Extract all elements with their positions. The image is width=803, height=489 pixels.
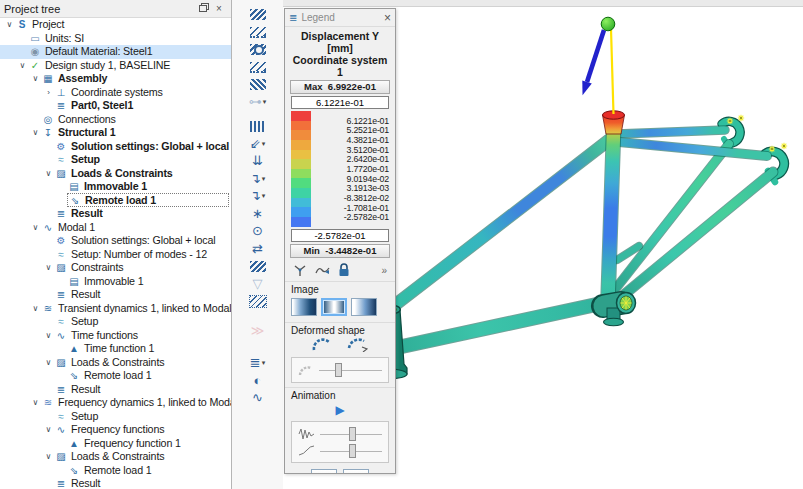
chevron-down-icon[interactable]: ∨: [43, 423, 54, 437]
deformed-scale-slider[interactable]: [319, 363, 382, 377]
close-panel-icon[interactable]: ×: [211, 2, 227, 15]
thermal-load-icon[interactable]: ⇄: [232, 242, 283, 256]
tree-item-loads-constraints[interactable]: ∨▨Loads & Constraints: [0, 356, 231, 370]
chevron-down-icon[interactable]: ∨: [43, 450, 54, 464]
immovable-constraint-icon[interactable]: [232, 8, 283, 22]
dropdown-arrow-icon[interactable]: ▾: [262, 359, 266, 367]
tree-item-immovable-1[interactable]: ▤Immovable 1: [0, 180, 231, 194]
slider-handle[interactable]: [349, 427, 356, 441]
tree-item-frequency-functions[interactable]: ∨∿Frequency functions: [0, 423, 231, 437]
bolt-connection-icon[interactable]: ≣▾: [232, 356, 283, 370]
virtual-connector-icon[interactable]: ◐: [232, 374, 283, 388]
dropdown-arrow-icon[interactable]: ▾: [263, 98, 267, 106]
connection-marker-bottom-bracket: [620, 296, 632, 310]
tree-item-design-study-1-baseline[interactable]: ∨✓Design study 1, BASELINE: [0, 59, 231, 73]
expand-panel-icon[interactable]: »: [381, 265, 387, 276]
animation-speed-slider[interactable]: [320, 427, 382, 441]
chevron-down-icon[interactable]: ∨: [43, 167, 54, 181]
help-button[interactable]: ?: [311, 469, 337, 474]
tree-item-immovable-1[interactable]: ▤Immovable 1: [0, 275, 231, 289]
tree-item-solution-settings-global-local[interactable]: ⚙Solution settings: Global + local: [0, 234, 231, 248]
chevron-down-icon[interactable]: ∨: [30, 72, 41, 86]
pressure-load-icon[interactable]: ∗: [232, 207, 283, 221]
lower-clamp-input[interactable]: [291, 229, 389, 242]
legend-titlebar[interactable]: ≣ Legend ×: [285, 9, 395, 27]
image-style-2-button[interactable]: [321, 298, 347, 316]
spherical-constraint-icon[interactable]: [232, 60, 283, 74]
slider-handle[interactable]: [349, 444, 356, 458]
chevron-down-icon[interactable]: ∨: [4, 18, 15, 32]
sliding-constraint-icon[interactable]: [232, 25, 283, 39]
response-curve-icon[interactable]: ∿: [232, 391, 283, 405]
slider-handle[interactable]: [335, 363, 342, 377]
dropdown-arrow-icon[interactable]: ▾: [262, 175, 266, 183]
tree-item-result[interactable]: ≣Result: [0, 383, 231, 397]
tree-item-transient-dynamics-1-linked-to-modal-1[interactable]: ∨≋Transient dynamics 1, linked to Modal …: [0, 302, 231, 316]
image-style-3-button[interactable]: [351, 298, 377, 316]
chevron-down-icon[interactable]: ∨: [43, 356, 54, 370]
filter-icon[interactable]: ▽: [232, 277, 283, 291]
tree-item-frequency-dynamics-1-linked-to-modal-1[interactable]: ∨≋Frequency dynamics 1, linked to Modal …: [0, 396, 231, 410]
ground-spring-icon[interactable]: [232, 259, 283, 273]
tree-item-constraints[interactable]: ∨▨Constraints: [0, 261, 231, 275]
tree-item-setup[interactable]: ≈Setup: [0, 315, 231, 329]
tree-item-project[interactable]: ∨SProject: [0, 18, 231, 32]
dropdown-arrow-icon[interactable]: ▾: [262, 192, 266, 200]
pin-panel-button[interactable]: [343, 469, 369, 474]
import-loads-icon[interactable]: ≫: [232, 324, 283, 338]
deformed-shape-animated-icon[interactable]: [347, 337, 369, 352]
animation-frames-slider[interactable]: [320, 444, 382, 458]
upper-clamp-input[interactable]: [291, 96, 389, 109]
tree-item-result[interactable]: ≣Result: [0, 477, 231, 489]
gravity-load-icon[interactable]: ⊙: [232, 224, 283, 238]
tree-item-modal-1[interactable]: ∨∿Modal 1: [0, 221, 231, 235]
lock-icon[interactable]: [338, 263, 350, 277]
chevron-down-icon[interactable]: ∨: [17, 59, 28, 73]
tree-item-connections[interactable]: ◎Connections: [0, 113, 231, 127]
general-constraint-icon[interactable]: [232, 78, 283, 92]
tree-item-loads-constraints[interactable]: ∨▨Loads & Constraints: [0, 167, 231, 181]
chevron-down-icon[interactable]: ∨: [30, 221, 41, 235]
tree-item-time-functions[interactable]: ∨∿Time functions: [0, 329, 231, 343]
force-load-icon[interactable]: ⇙▾: [232, 137, 283, 151]
tree-item-coordinate-systems[interactable]: ›⊥Coordinate systems: [0, 86, 231, 100]
plot-icon[interactable]: [315, 264, 330, 276]
tree-item-remote-load-1[interactable]: ⇘Remote load 1: [0, 369, 231, 383]
tree-item-default-material-steel1[interactable]: ◉Default Material: Steel1: [0, 45, 231, 59]
mesh-refinement-icon[interactable]: [232, 294, 283, 308]
remote-load-icon[interactable]: ↴▾: [232, 172, 283, 186]
chevron-right-icon[interactable]: ›: [43, 86, 54, 100]
image-style-1-button[interactable]: [291, 298, 317, 316]
tree-item-assembly[interactable]: ∨▦Assembly: [0, 72, 231, 86]
tree-item-setup-number-of-modes-12[interactable]: ≈Setup: Number of modes - 12: [0, 248, 231, 262]
deformed-shape-icon[interactable]: [311, 337, 333, 352]
remote-displacement-icon[interactable]: ↴▾: [232, 189, 283, 203]
connector-icon[interactable]: ⊶▾: [232, 95, 283, 109]
chevron-down-icon[interactable]: ∨: [30, 126, 41, 140]
tree-item-remote-load-1[interactable]: ⇘Remote load 1: [0, 464, 231, 478]
tree-item-solution-settings-global-local[interactable]: ⚙Solution settings: Global + local: [0, 140, 231, 154]
coordinate-system-icon[interactable]: [293, 263, 307, 277]
hinge-constraint-icon[interactable]: [232, 43, 283, 57]
tree-item-structural-1[interactable]: ∨↧Structural 1: [0, 126, 231, 140]
tree-item-setup[interactable]: ≈Setup: [0, 410, 231, 424]
tree-item-remote-load-1[interactable]: ⇘Remote load 1: [0, 194, 231, 208]
tree-item-part0-steel1[interactable]: ≣Part0, Steel1: [0, 99, 231, 113]
chevron-down-icon[interactable]: ∨: [43, 261, 54, 275]
play-icon[interactable]: ▶: [335, 403, 344, 417]
tree-item-result[interactable]: ≣Result: [0, 288, 231, 302]
tree-item-units-si[interactable]: ▭Units: SI: [0, 32, 231, 46]
spring-support-icon[interactable]: [232, 119, 283, 133]
displacement-load-icon[interactable]: ⇊: [232, 154, 283, 168]
tree-item-setup[interactable]: ≈Setup: [0, 153, 231, 167]
dropdown-arrow-icon[interactable]: ▾: [262, 140, 266, 148]
chevron-down-icon[interactable]: ∨: [30, 396, 41, 410]
close-icon[interactable]: ×: [384, 12, 391, 24]
tree-item-result[interactable]: ≣Result: [0, 207, 231, 221]
tree-item-time-function-1[interactable]: ▲Time function 1: [0, 342, 231, 356]
tree-item-loads-constraints[interactable]: ∨▨Loads & Constraints: [0, 450, 231, 464]
float-panel-icon[interactable]: [195, 2, 211, 15]
tree-item-frequency-function-1[interactable]: ▲Frequency function 1: [0, 437, 231, 451]
chevron-down-icon[interactable]: ∨: [43, 329, 54, 343]
chevron-down-icon[interactable]: ∨: [30, 302, 41, 316]
